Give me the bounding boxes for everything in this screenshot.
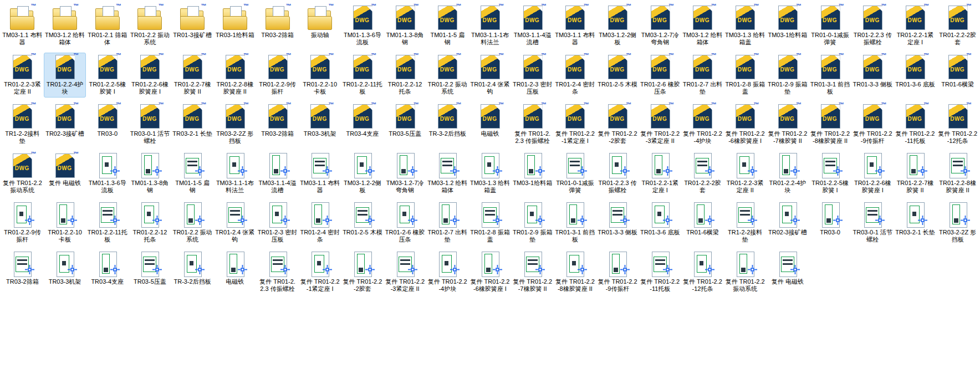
file-item[interactable]: TR03-2筛箱 <box>1 250 44 295</box>
file-item[interactable]: DWG™TR-3-2后挡板 <box>426 102 469 147</box>
file-item[interactable]: 复件 TR01-2.2-1紧定座 I <box>299 250 341 295</box>
file-item[interactable]: DWG™TM03-1.1 布料器 <box>554 3 596 48</box>
file-item[interactable]: TR01-3-1 前挡板 <box>554 201 596 245</box>
file-item[interactable]: TR03-5压盖 <box>129 250 171 295</box>
file-item[interactable]: TR01-2-6 橡胶压条 <box>384 201 426 245</box>
file-item[interactable]: DWG™TM03-1给料箱 <box>767 3 809 48</box>
file-item[interactable]: TR03-0-1 活节螺栓 <box>851 201 894 245</box>
file-item[interactable]: TM03-1.1-4溢流槽 <box>256 151 299 196</box>
file-item[interactable]: TR01-3-6 底板 <box>639 201 681 245</box>
file-item[interactable]: TR03-0 <box>809 201 851 245</box>
file-item[interactable]: DWG™TR01-2-5 木模 <box>596 53 639 98</box>
file-item[interactable]: TR-3-2后挡板 <box>171 250 214 295</box>
file-item[interactable]: 复件 TR01-2.2-6橡胶簧座 I <box>469 250 512 295</box>
file-item[interactable]: DWG™TR03-4支座 <box>341 102 384 147</box>
file-item[interactable]: DWG™TR03-2-2Z 形挡板 <box>213 102 256 147</box>
file-item[interactable]: TM03-1.2-7冷弯角钢 <box>384 151 426 196</box>
file-item[interactable]: DWG™TM03-1.3 给料箱盖 <box>724 3 767 48</box>
file-item[interactable]: TM03-1.1 布料器 <box>299 151 341 196</box>
file-item[interactable]: TR01-2.4 张紧钩 <box>213 201 256 245</box>
file-item[interactable]: DWG™TM01-1-5 扁钢 <box>426 3 469 48</box>
file-item[interactable]: 复件 TR01-2.2-12托条 <box>681 250 724 295</box>
file-item[interactable]: DWG™TR01-2.2-7橡胶簧 II <box>171 53 214 98</box>
file-item[interactable]: ™TM03-1.2 给料箱体 <box>44 3 86 48</box>
file-item[interactable]: TM01-1-5 扁钢 <box>171 151 214 196</box>
file-item[interactable]: DWG™复件 TR01-2.2-3紧定座 II <box>639 102 681 147</box>
file-item[interactable]: TR03-3机架 <box>44 250 86 295</box>
file-item[interactable]: DWG™复件 TR01-2.2-9传振杆 <box>851 102 894 147</box>
file-item[interactable]: DWG™复件 TR01-2.2-11托板 <box>894 102 937 147</box>
file-item[interactable]: TR01-2.2-10卡板 <box>44 201 86 245</box>
file-item[interactable]: TM01-1.3-6导流板 <box>86 151 129 196</box>
file-item[interactable]: DWG™复件 TR01-2.2-2胶套 <box>596 102 639 147</box>
file-item[interactable]: DWG™TR01-2.2-6橡胶簧座 I <box>129 53 171 98</box>
file-item[interactable]: DWG™TR01-2-7 出料垫 <box>681 53 724 98</box>
file-item[interactable]: TM03-1.1-1布料法兰 <box>213 151 256 196</box>
file-item[interactable]: TR01-3-3 侧板 <box>596 201 639 245</box>
file-item[interactable]: DWG™TR01-2-3 密封压板 <box>511 53 554 98</box>
file-item[interactable]: DWG™TR01-2.2-8橡胶簧座 II <box>213 53 256 98</box>
file-item[interactable]: TR01-2.2-8橡胶簧座 II <box>936 151 979 196</box>
file-item[interactable]: DWG™TR01-3-1 前挡板 <box>809 53 851 98</box>
file-item[interactable]: ™TR01-3接矿槽 <box>171 3 214 48</box>
file-item[interactable]: DWG™TR03-2-1 长垫 <box>171 102 214 147</box>
file-item[interactable]: TR01-2.2-3紧定座 II <box>724 151 767 196</box>
file-item[interactable]: DWG™TR01-2.4 张紧钩 <box>469 53 512 98</box>
file-item[interactable]: TR03-2-1 长垫 <box>894 201 937 245</box>
file-item[interactable]: DWG™TR01-2.2.3 传振螺栓 <box>851 3 894 48</box>
file-item[interactable]: TR01-2.2.3 传振螺栓 <box>596 151 639 196</box>
file-item[interactable]: TR01-2-8 振箱盖 <box>469 201 512 245</box>
file-item[interactable]: 电磁铁 <box>213 250 256 295</box>
file-item[interactable]: DWG™TR01-2.2-11托板 <box>341 53 384 98</box>
file-item[interactable]: DWG™TR01-0-1减振弹簧 <box>809 3 851 48</box>
file-item[interactable]: DWG™TM01-1.3-6导流板 <box>341 3 384 48</box>
file-item[interactable]: TM01-1.3-8角钢 <box>129 151 171 196</box>
file-item[interactable]: DWG™TR01-2.2-12托条 <box>384 53 426 98</box>
file-item[interactable]: TR01-2.2-2胶套 <box>681 151 724 196</box>
file-item[interactable]: DWG™TR01-2.2-10卡板 <box>299 53 341 98</box>
file-item[interactable]: TR01-2-7 出料垫 <box>426 201 469 245</box>
file-item[interactable]: 复件 TR01-2.2-2胶套 <box>341 250 384 295</box>
file-item[interactable]: TR01-2-5 木模 <box>341 201 384 245</box>
file-item[interactable]: DWG™TR01-2.2 振动系统 <box>426 53 469 98</box>
file-item[interactable]: TR01-6横梁 <box>681 201 724 245</box>
file-item[interactable]: DWG™TM03-1.1-1布料法兰 <box>469 3 512 48</box>
file-item[interactable]: ™TR03-2筛箱 <box>256 3 299 48</box>
file-item[interactable]: 复件 TR01-2.2-3紧定座 II <box>384 250 426 295</box>
file-item[interactable]: ™TM03-1.1 布料器 <box>1 3 44 48</box>
file-item[interactable]: DWG™电磁铁 <box>469 102 512 147</box>
file-item[interactable]: DWG™TR03-3机架 <box>299 102 341 147</box>
file-item[interactable]: 复件 TR01-2.2.3 传振螺栓 <box>256 250 299 295</box>
file-item[interactable]: DWG™TR02-3接矿槽 <box>44 102 86 147</box>
file-item[interactable]: DWG™复件 TR01-2.2-12托条 <box>936 102 979 147</box>
file-item[interactable]: TR01-2.2-12托条 <box>129 201 171 245</box>
file-item[interactable]: TM03-1.3 给料箱盖 <box>469 151 512 196</box>
file-item[interactable]: DWG™TR03-5压盖 <box>384 102 426 147</box>
file-item[interactable]: ™振动轴 <box>299 3 341 48</box>
file-item[interactable]: 复件 TR01-2.2 振动系统 <box>724 250 767 295</box>
file-item[interactable]: TR01-2.2-7橡胶簧 II <box>894 151 937 196</box>
file-item[interactable]: DWG™TR01-2-6 橡胶压条 <box>639 53 681 98</box>
file-item[interactable]: TM03-1.2-2侧板 <box>341 151 384 196</box>
file-item[interactable]: DWG™TR01-6横梁 <box>936 53 979 98</box>
file-item[interactable]: DWG™TR03-0 <box>86 102 129 147</box>
file-item[interactable]: DWG™复件 TR01-2.2-6橡胶簧座 I <box>724 102 767 147</box>
file-item[interactable]: DWG™TM03-1.2-7冷弯角钢 <box>639 3 681 48</box>
file-item[interactable]: 复件 TR01-2.2-9传振杆 <box>596 250 639 295</box>
file-item[interactable]: ™TR01-2.2 振动系统 <box>129 3 171 48</box>
file-item[interactable]: TR01-2-4 密封条 <box>299 201 341 245</box>
file-item[interactable]: DWG™TR01-2-9 振箱垫 <box>767 53 809 98</box>
file-item[interactable]: DWG™TM03-1.2 给料箱体 <box>681 3 724 48</box>
file-item[interactable]: DWG™TR03-0-1 活节螺栓 <box>129 102 171 147</box>
file-item[interactable]: TR01-0-1减振弹簧 <box>554 151 596 196</box>
file-item[interactable]: DWG™TR03-2筛箱 <box>256 102 299 147</box>
file-item[interactable]: DWG™TR01-2.2-1紧定座 I <box>894 3 937 48</box>
file-item[interactable]: DWG™复件 TR01-2.2-7橡胶簧 II <box>767 102 809 147</box>
file-item[interactable]: TR03-4支座 <box>86 250 129 295</box>
file-item[interactable]: DWG™TM01-1.3-8角钢 <box>384 3 426 48</box>
file-item[interactable]: DWG™TR01-2.2-9传振杆 <box>256 53 299 98</box>
file-item[interactable]: TR01-2.2 振动系统 <box>171 201 214 245</box>
file-item[interactable]: 复件 电磁铁 <box>767 250 809 295</box>
file-item[interactable]: DWG™复件 TR01-2.2-1紧定座 I <box>554 102 596 147</box>
file-item[interactable]: TR03-2-2Z 形挡板 <box>936 201 979 245</box>
